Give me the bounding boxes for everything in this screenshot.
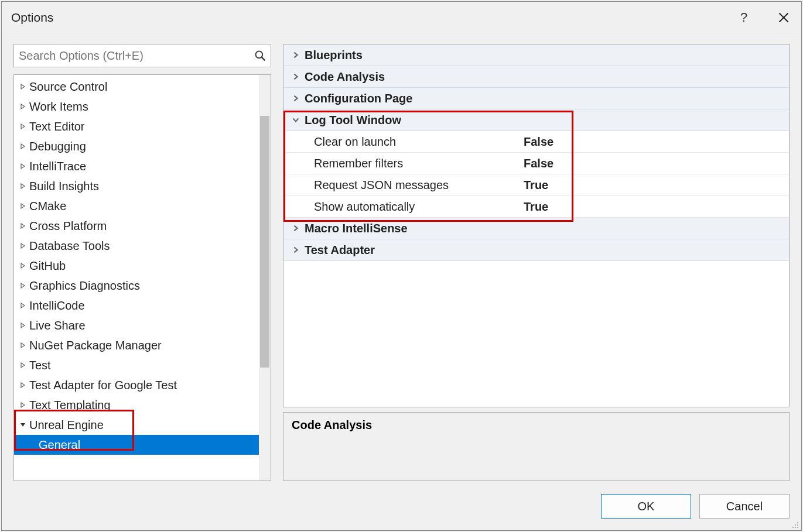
tree-item[interactable]: Test [14,355,271,375]
property-row[interactable]: Remember filtersFalse [283,153,789,174]
property-value[interactable]: True [524,200,548,214]
scrollbar[interactable] [259,75,271,480]
tree-item-label: Test Adapter for Google Test [29,379,177,392]
tree-item-label: Live Share [29,319,86,332]
chevron-right-icon[interactable] [292,94,305,102]
scrollbar-thumb[interactable] [260,116,269,368]
section-label: Blueprints [305,49,363,62]
tree-item-label: Cross Platform [29,219,107,233]
tree-item-label: GitHub [29,259,66,273]
property-section-header[interactable]: Macro IntelliSense [283,218,789,239]
tree-item-label: Text Editor [29,120,84,133]
tree-item[interactable]: Text Templating [14,395,271,415]
chevron-down-icon[interactable] [292,116,305,124]
tree-item[interactable]: CMake [14,196,271,216]
tree-item-label: General [39,438,80,452]
property-row[interactable]: Clear on launchFalse [283,131,789,153]
close-icon[interactable] [772,6,795,29]
tree-item[interactable]: IntelliTrace [14,156,271,176]
property-section-header[interactable]: Test Adapter [283,239,789,261]
cancel-button[interactable]: Cancel [699,494,790,519]
expand-icon[interactable] [19,102,27,111]
property-value[interactable]: False [524,135,553,149]
left-panel: Source ControlWork ItemsText EditorDebug… [13,44,271,481]
options-dialog: Options ? Source ControlWork ItemsText E… [1,1,802,531]
tree-item-label: Test [29,359,51,372]
description-panel: Code Analysis [283,412,790,481]
dialog-body: Source ControlWork ItemsText EditorDebug… [2,33,801,487]
section-label: Configuration Page [305,92,412,105]
search-input[interactable] [14,47,250,65]
resize-grip-icon[interactable] [790,519,799,528]
expand-icon[interactable] [19,182,27,190]
tree-item[interactable]: Text Editor [14,116,271,136]
svg-point-6 [797,524,798,526]
tree-item[interactable]: Work Items [14,97,271,116]
property-value[interactable]: True [524,179,548,192]
tree-item[interactable]: NuGet Package Manager [14,335,271,355]
titlebar: Options ? [2,2,801,33]
expand-icon[interactable] [19,162,27,170]
tree-item-label: NuGet Package Manager [29,339,162,352]
expand-icon[interactable] [19,282,27,290]
chevron-right-icon[interactable] [292,51,305,59]
tree-item-label: Build Insights [29,180,99,193]
expand-icon[interactable] [19,142,27,150]
tree-item[interactable]: Graphics Diagnostics [14,276,271,296]
tree-item[interactable]: Cross Platform [14,216,271,236]
svg-point-2 [256,52,263,59]
tree-item[interactable]: Test Adapter for Google Test [14,375,271,395]
property-section-header[interactable]: Configuration Page [283,88,789,109]
ok-button[interactable]: OK [601,494,691,519]
tree-item-label: Database Tools [29,239,110,253]
chevron-right-icon[interactable] [292,246,305,254]
property-grid: BlueprintsCode AnalysisConfiguration Pag… [283,44,790,407]
expand-icon[interactable] [19,122,27,131]
dialog-footer: OK Cancel [2,487,801,530]
expand-icon[interactable] [19,401,27,409]
property-section-header[interactable]: Log Tool Window [283,109,789,131]
property-row[interactable]: Show automaticallyTrue [283,196,789,218]
tree-item[interactable]: Debugging [14,136,271,156]
property-name: Clear on launch [283,135,524,149]
chevron-right-icon[interactable] [292,224,305,232]
property-value[interactable]: False [524,157,553,170]
expand-icon[interactable] [19,202,27,210]
tree-item[interactable]: Live Share [14,315,271,335]
tree-item-expanded[interactable]: Unreal Engine [14,415,271,435]
expand-icon[interactable] [19,321,27,330]
tree-item[interactable]: IntelliCode [14,296,271,315]
help-icon[interactable]: ? [732,6,756,29]
tree-item[interactable]: GitHub [14,256,271,276]
tree-item-label: Graphics Diagnostics [29,279,140,293]
expand-icon[interactable] [19,381,27,389]
description-title: Code Analysis [292,418,781,432]
expand-icon[interactable] [19,242,27,250]
expand-icon[interactable] [19,341,27,349]
property-section-header[interactable]: Blueprints [283,44,789,66]
expand-icon[interactable] [19,361,27,369]
tree-item-label: Text Templating [29,399,111,412]
svg-point-7 [792,527,794,528]
tree-item-label: IntelliCode [29,299,85,313]
search-icon[interactable] [250,50,271,61]
search-field[interactable] [13,44,271,67]
collapse-icon[interactable] [19,421,27,429]
tree-item-selected[interactable]: General [14,435,259,455]
expand-icon[interactable] [19,222,27,230]
property-section-header[interactable]: Code Analysis [283,66,789,88]
expand-icon[interactable] [19,301,27,310]
section-label: Macro IntelliSense [305,222,408,235]
section-label: Test Adapter [305,243,375,257]
tree-item[interactable]: Source Control [14,77,271,97]
expand-icon[interactable] [19,83,27,91]
expand-icon[interactable] [19,262,27,270]
tree-item[interactable]: Build Insights [14,176,271,196]
svg-point-9 [797,527,798,528]
property-name: Show automatically [283,200,524,214]
tree-item[interactable]: Database Tools [14,236,271,256]
property-row[interactable]: Request JSON messagesTrue [283,174,789,196]
chevron-right-icon[interactable] [292,73,305,81]
section-label: Log Tool Window [305,114,401,127]
options-tree: Source ControlWork ItemsText EditorDebug… [13,74,271,481]
